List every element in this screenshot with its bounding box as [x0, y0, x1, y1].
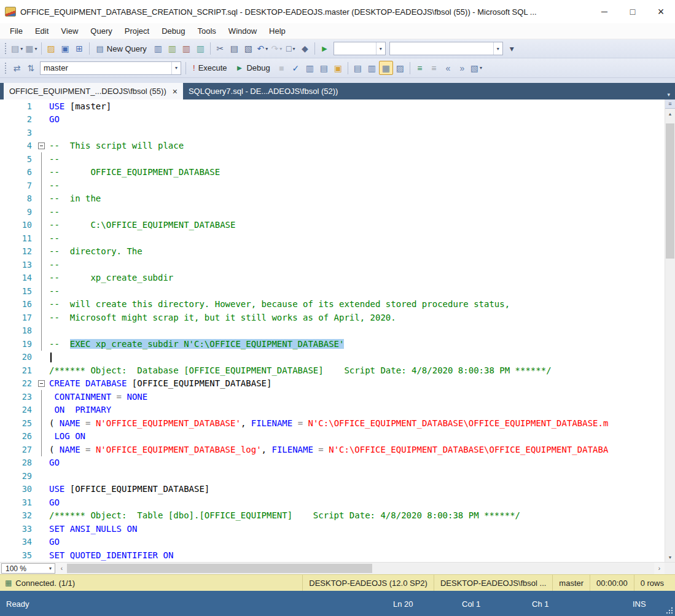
code-line-20[interactable]: 20: [0, 351, 665, 364]
maximize-button[interactable]: □: [618, 0, 647, 23]
new-analysis-mdx-query-button[interactable]: ▥: [165, 42, 179, 56]
navigate-back-button[interactable]: □▾: [284, 42, 298, 56]
tab-2[interactable]: SQLQuery7.sql - DE...ADEOJS\fbsol (52)): [183, 83, 343, 99]
code-line-16[interactable]: 16-- will create this directory. However…: [0, 298, 665, 311]
code-line-26[interactable]: 26 LOG ON: [0, 430, 665, 443]
collapse-region-icon[interactable]: [38, 380, 45, 387]
code-line-6[interactable]: 6-- OFFICE_EQUIPMENT_DATABASE: [0, 166, 665, 179]
chevron-down-icon[interactable]: ▾: [493, 42, 502, 55]
chevron-down-icon[interactable]: ▾: [171, 62, 181, 74]
code-line-15[interactable]: 15--: [0, 284, 665, 298]
menu-window[interactable]: Window: [222, 24, 263, 38]
menu-query[interactable]: Query: [84, 24, 118, 38]
chevron-down-icon[interactable]: ▾: [20, 46, 23, 52]
code-line-31[interactable]: 31GO: [0, 496, 665, 509]
code-line-24[interactable]: 24 ON PRIMARY: [0, 404, 665, 417]
database-combo[interactable]: master▾: [40, 61, 181, 75]
menu-edit[interactable]: Edit: [29, 24, 55, 38]
code-line-34[interactable]: 34GO: [0, 536, 665, 549]
decrease-indent-button[interactable]: «: [441, 61, 455, 75]
code-line-18[interactable]: 18: [0, 324, 665, 338]
chevron-down-icon[interactable]: ▾: [279, 46, 282, 52]
code-line-5[interactable]: 5--: [0, 152, 665, 166]
undo-button[interactable]: ↶▾: [256, 42, 270, 56]
code-line-32[interactable]: 32/****** Object: Table [dbo].[OFFICE_EQ…: [0, 509, 665, 523]
chevron-down-icon[interactable]: ▾: [376, 42, 385, 55]
chevron-down-icon[interactable]: ▾: [293, 46, 295, 52]
toolbar-drag-handle[interactable]: [4, 63, 7, 74]
chevron-down-icon[interactable]: ▾: [265, 46, 268, 52]
execute-button[interactable]: !Execute: [189, 61, 232, 75]
vertical-scroll-thumb[interactable]: [666, 123, 674, 259]
new-database-engine-query-button[interactable]: ▥: [151, 42, 165, 56]
menu-debug[interactable]: Debug: [155, 24, 191, 38]
unused-combo-2[interactable]: ▾: [389, 42, 503, 55]
new-query-button[interactable]: ▤New Query: [92, 42, 151, 56]
save-all-button[interactable]: ⊞: [72, 42, 87, 56]
menu-tools[interactable]: Tools: [192, 24, 222, 38]
cut-button[interactable]: ✂: [213, 42, 227, 56]
stop-button[interactable]: ■: [275, 61, 289, 75]
scroll-right-button[interactable]: ›: [654, 563, 665, 574]
copy-button[interactable]: ▤: [227, 42, 241, 56]
code-line-17[interactable]: 17-- Microsoft might scrap it, but it st…: [0, 311, 665, 324]
code-line-1[interactable]: 1USE [master]: [0, 99, 665, 113]
new-analysis-dmx-query-button[interactable]: ▥: [179, 42, 193, 56]
code-line-19[interactable]: 19-- EXEC xp_create_subdir N'C:\OFFICE_E…: [0, 337, 665, 351]
code-line-8[interactable]: 8-- in the: [0, 192, 665, 206]
minimize-button[interactable]: ─: [590, 0, 618, 23]
code-line-22[interactable]: 22CREATE DATABASE [OFFICE_EQUIPMENT_DATA…: [0, 377, 665, 391]
vertical-scrollbar[interactable]: ≡ ▲ ▼: [665, 99, 675, 562]
code-line-33[interactable]: 33SET ANSI_NULLS ON: [0, 522, 665, 536]
code-line-35[interactable]: 35SET QUOTED_IDENTIFIER ON: [0, 548, 665, 562]
code-line-7[interactable]: 7--: [0, 179, 665, 192]
tab-list-dropdown[interactable]: ▾: [667, 92, 670, 98]
display-estimated-plan-button[interactable]: ▥: [303, 61, 317, 75]
code-line-29[interactable]: 29: [0, 469, 665, 483]
code-line-25[interactable]: 25( NAME = N'OFFICE_EQUIPMENT_DATABASE',…: [0, 416, 665, 430]
code-line-27[interactable]: 27( NAME = N'OFFICE_EQUIPMENT_DATABASE_l…: [0, 443, 665, 456]
menu-help[interactable]: Help: [263, 24, 292, 38]
splitter-handle[interactable]: ≡: [665, 99, 675, 109]
code-line-23[interactable]: 23 CONTAINMENT = NONE: [0, 390, 665, 404]
query-options-button[interactable]: ▤: [317, 61, 331, 75]
code-line-11[interactable]: 11--: [0, 232, 665, 245]
new-item-button[interactable]: ▤▾: [10, 42, 24, 56]
code-line-30[interactable]: 30USE [OFFICE_EQUIPMENT_DATABASE]: [0, 483, 665, 496]
tab-close-icon[interactable]: ×: [173, 87, 178, 96]
toolbar-drag-handle[interactable]: [4, 43, 7, 54]
parse-button[interactable]: ✓: [289, 61, 303, 75]
horizontal-scroll-thumb[interactable]: [67, 564, 372, 573]
find-button[interactable]: ◆: [298, 42, 312, 56]
horizontal-scroll-track[interactable]: [67, 563, 654, 574]
connect-button[interactable]: ⇄: [10, 61, 24, 75]
code-line-10[interactable]: 10-- C:\OFFICE_EQUIPMENT_DATABASE: [0, 219, 665, 232]
close-button[interactable]: ×: [647, 0, 675, 23]
uncomment-selection-button[interactable]: ≡: [427, 61, 441, 75]
code-line-21[interactable]: 21/****** Object: Database [OFFICE_EQUIP…: [0, 364, 665, 377]
results-to-grid-button[interactable]: ▦: [379, 61, 393, 75]
sqlcmd-mode-button[interactable]: ▤: [351, 61, 365, 75]
results-to-file-button[interactable]: ▨: [393, 61, 407, 75]
chevron-down-icon[interactable]: ▾: [34, 46, 37, 52]
code-line-12[interactable]: 12-- directory. The: [0, 245, 665, 259]
code-line-2[interactable]: 2GO: [0, 113, 665, 127]
code-line-14[interactable]: 14-- xp_create_subdir: [0, 271, 665, 285]
change-connection-button[interactable]: ⇅: [24, 61, 38, 75]
code-editor[interactable]: 1USE [master]2GO34-- This script will pl…: [0, 99, 675, 562]
scroll-left-button[interactable]: ‹: [57, 563, 67, 574]
scroll-down-button[interactable]: ▼: [665, 552, 675, 562]
redo-button[interactable]: ↷▾: [270, 42, 284, 56]
vertical-scroll-track[interactable]: [665, 119, 675, 552]
tab-1-active[interactable]: OFFICE_EQUIPMENT_...DEOJS\fbsol (55))×: [4, 83, 183, 99]
code-line-3[interactable]: 3: [0, 126, 665, 139]
paste-button[interactable]: ▧: [241, 42, 256, 56]
intellisense-enabled-button[interactable]: ▣: [331, 61, 345, 75]
increase-indent-button[interactable]: »: [455, 61, 469, 75]
code-line-9[interactable]: 9--: [0, 205, 665, 219]
code-line-13[interactable]: 13--: [0, 258, 665, 271]
resize-grip[interactable]: [666, 607, 673, 614]
menu-view[interactable]: View: [55, 24, 84, 38]
debug-button[interactable]: ►Debug: [232, 61, 275, 75]
start-debugging-button[interactable]: ►: [318, 42, 332, 56]
